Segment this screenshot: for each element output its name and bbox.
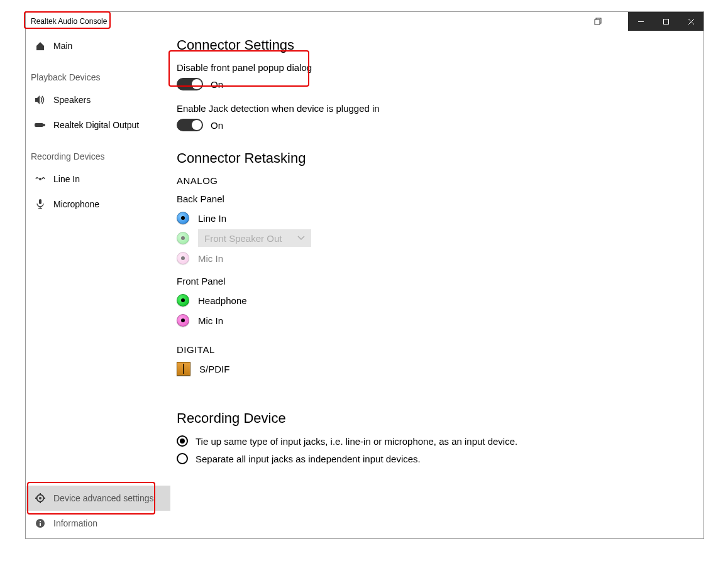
svg-rect-9 — [39, 199, 41, 204]
jack-label: Headphone — [198, 295, 247, 306]
sidebar-item-label: Line In — [53, 174, 80, 184]
content-area: Connector Settings Disable front panel p… — [170, 31, 703, 538]
sidebar-item-speakers[interactable]: Speakers — [26, 87, 170, 112]
sidebar: Main Playback Devices Speakers Realtek D… — [26, 31, 170, 538]
panel-label-back: Back Panel — [177, 193, 697, 204]
subhead-analog: ANALOG — [177, 175, 697, 186]
section-title-connector-settings: Connector Settings — [177, 37, 697, 53]
jack-front-mic-in[interactable]: Mic In — [177, 310, 697, 330]
sidebar-header-playback: Playback Devices — [26, 58, 170, 87]
jack-back-line-in[interactable]: Line In — [177, 208, 697, 228]
jack-back-mic-in: Mic In — [177, 248, 697, 268]
radio-row-separate[interactable]: Separate all input jacks as independent … — [177, 453, 697, 464]
section-title-recording-device: Recording Device — [177, 410, 697, 427]
radio-row-tie-up[interactable]: Tie up same type of input jacks, i.e. li… — [177, 435, 697, 447]
sidebar-item-device-advanced-settings[interactable]: Device advanced settings — [26, 486, 170, 511]
sidebar-item-digital-output[interactable]: Realtek Digital Output — [26, 112, 170, 138]
titlebar: Realtek Audio Console — [26, 12, 703, 31]
sidebar-item-label: Main — [53, 41, 72, 51]
jack-dot-icon — [177, 232, 189, 244]
sidebar-item-information[interactable]: Information — [26, 511, 170, 536]
sidebar-header-recording: Recording Devices — [26, 138, 170, 166]
sidebar-item-microphone[interactable]: Microphone — [26, 192, 170, 217]
speaker-icon — [35, 95, 46, 104]
sidebar-item-label: Device advanced settings — [53, 493, 154, 503]
radio-label: Tie up same type of input jacks, i.e. li… — [196, 436, 517, 447]
toggle-disable-front-panel-popup[interactable] — [177, 78, 203, 90]
sidebar-item-label: Realtek Digital Output — [53, 120, 139, 130]
overlap-windows-icon[interactable] — [587, 12, 609, 31]
svg-rect-6 — [35, 123, 43, 127]
app-title: Realtek Audio Console — [31, 17, 107, 26]
sidebar-item-label: Speakers — [53, 95, 91, 105]
jack-label: Line In — [198, 213, 226, 224]
svg-point-8 — [39, 178, 41, 180]
jack-dot-icon — [177, 294, 189, 307]
app-window: Realtek Audio Console — [25, 11, 704, 539]
radio-label: Separate all input jacks as independent … — [196, 454, 421, 464]
maximize-button[interactable] — [653, 12, 678, 31]
jack-front-headphone[interactable]: Headphone — [177, 290, 697, 310]
toggle-state-label: On — [211, 79, 223, 90]
setting-disable-front-panel-popup: Disable front panel popup dialog On — [177, 62, 697, 90]
jack-back-front-speaker-out: Front Speaker Out — [177, 228, 697, 248]
window-controls — [587, 12, 703, 31]
radio-button[interactable] — [177, 435, 188, 447]
jack-spdif[interactable]: S/PDIF — [177, 359, 697, 379]
digital-out-icon — [35, 122, 46, 128]
chevron-down-icon — [297, 236, 305, 241]
sidebar-item-label: Information — [53, 518, 97, 528]
jack-dot-icon — [177, 252, 189, 264]
setting-label: Disable front panel popup dialog — [177, 62, 697, 73]
info-icon — [35, 518, 46, 528]
jack-label: Mic In — [198, 315, 223, 326]
close-button[interactable] — [678, 12, 703, 31]
setting-label: Enable Jack detection when device is plu… — [177, 103, 697, 114]
svg-point-13 — [39, 497, 41, 499]
sidebar-item-line-in[interactable]: Line In — [26, 166, 170, 192]
spdif-icon — [177, 362, 190, 376]
toggle-enable-jack-detection[interactable] — [177, 119, 203, 131]
setting-enable-jack-detection: Enable Jack detection when device is plu… — [177, 103, 697, 131]
select-value: Front Speaker Out — [204, 233, 282, 244]
svg-rect-3 — [663, 19, 668, 24]
line-in-icon — [35, 175, 46, 183]
sidebar-item-main[interactable]: Main — [26, 33, 170, 58]
jack-dot-icon — [177, 314, 189, 327]
svg-point-7 — [43, 124, 45, 126]
jack-select-front-speaker-out[interactable]: Front Speaker Out — [198, 229, 311, 247]
minimize-button[interactable] — [628, 12, 653, 31]
section-title-connector-retasking: Connector Retasking — [177, 150, 697, 166]
subhead-digital: DIGITAL — [177, 344, 697, 355]
svg-rect-19 — [40, 523, 41, 526]
microphone-icon — [35, 199, 46, 209]
gear-icon — [35, 493, 46, 503]
jack-label: S/PDIF — [199, 364, 229, 374]
jack-label: Mic In — [198, 253, 223, 264]
svg-rect-1 — [595, 19, 600, 25]
jack-dot-icon — [177, 212, 189, 224]
sidebar-item-label: Microphone — [53, 199, 99, 209]
toggle-state-label: On — [211, 120, 223, 131]
svg-rect-20 — [40, 521, 41, 522]
radio-button[interactable] — [177, 453, 188, 464]
home-icon — [35, 41, 46, 51]
panel-label-front: Front Panel — [177, 276, 697, 286]
